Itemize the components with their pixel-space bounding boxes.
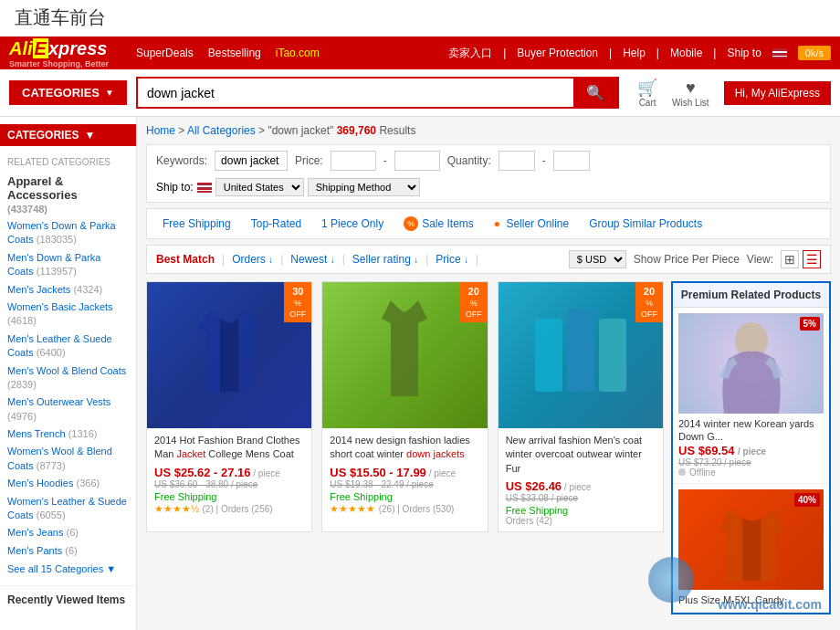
main-layout: CATEGORIES ▼ Related Categories Apparel …	[0, 117, 840, 630]
premium-image-2: 40%	[678, 489, 824, 590]
search-input[interactable]	[138, 79, 573, 107]
pipe-sep: |	[503, 47, 506, 59]
sort-orders[interactable]: Orders ↓	[232, 253, 273, 266]
sort-row: Best Match | Orders ↓ | Newest ↓ | Selle…	[146, 245, 831, 274]
one-piece-tag[interactable]: 1 Piece Only	[315, 215, 390, 233]
see-all-categories[interactable]: See all 15 Categories ▼	[0, 560, 136, 578]
sidebar-item-womens-leather[interactable]: Women's Leather & Suede Coats (6055)	[0, 493, 136, 525]
product-card-3[interactable]: 20%OFF New arrival fashion Men's coat wi…	[498, 281, 664, 532]
keywords-label: Keywords:	[156, 154, 207, 167]
header-right: 卖家入口 | Buyer Protection | Help | Mobile …	[448, 46, 831, 61]
product-info-1: 2014 Hot Fashion Brand Clothes Man Jacke…	[147, 428, 311, 520]
online-icon: ●	[494, 217, 500, 230]
sale-items-tag[interactable]: % Sale Items	[397, 214, 480, 234]
keywords-input[interactable]	[215, 151, 288, 171]
svg-rect-0	[535, 319, 562, 392]
product-old-price-1: US $36.60 - 38.80 / piece	[154, 479, 304, 489]
product-image-2: 20%OFF	[322, 282, 487, 428]
nav-superdeals[interactable]: SuperDeals	[136, 47, 194, 59]
premium-sidebar: Premium Related Products 5% 2014 winte	[671, 281, 831, 614]
sidebar-item-mens-down[interactable]: Men's Down & Parka Coats (113957)	[0, 249, 136, 281]
svg-rect-2	[599, 319, 626, 392]
ship-flag-icon	[197, 183, 212, 193]
product-stars-1: ★★★★½	[154, 503, 199, 514]
search-button[interactable]: 🔍	[573, 79, 617, 107]
logo-subtitle: Smarter Shopping, Better	[9, 59, 109, 68]
product-price-3: US $26.46 / piece	[506, 479, 656, 493]
sort-newest[interactable]: Newest ↓	[290, 253, 334, 266]
ship-method-select[interactable]: Shipping Method	[308, 178, 420, 196]
sidebar-item-mens-jackets[interactable]: Men's Jackets (4324)	[0, 281, 136, 299]
sidebar-item-mens-wool[interactable]: Men's Wool & Blend Coats (2839)	[0, 362, 136, 394]
price-sort-arrow-icon: ↓	[464, 255, 468, 265]
quantity-label: Quantity:	[447, 154, 491, 167]
search-box: 🔍	[136, 77, 619, 109]
sidebar-categories-header[interactable]: CATEGORIES ▼	[0, 124, 136, 146]
recently-viewed-title: Recently Viewed Items	[0, 585, 136, 610]
header-icons: 🛒 Cart ♥ Wish List Hi, My AliExpress	[637, 78, 831, 108]
sort-seller-rating[interactable]: Seller rating ↓	[352, 253, 418, 266]
newest-sort-arrow-icon: ↓	[331, 255, 335, 265]
premium-sidebar-title: Premium Related Products	[673, 283, 829, 308]
free-shipping-tag[interactable]: Free Shipping	[156, 215, 237, 233]
help-link[interactable]: Help	[623, 47, 646, 59]
ship-country-select[interactable]: United States	[215, 178, 304, 196]
product-reviews-3: Orders (42)	[506, 516, 656, 526]
nav-bestselling[interactable]: Bestselling	[208, 47, 261, 59]
ok-status: 0k/s	[798, 46, 831, 60]
product-card-2[interactable]: 20%OFF 2014 new design fashion ladies sh…	[321, 281, 488, 532]
header-nav: SuperDeals Bestselling iTao.com	[136, 47, 320, 59]
premium-item-status-1: Offline	[678, 467, 824, 478]
sidebar-item-mens-trench[interactable]: Mens Trench (1316)	[0, 425, 136, 443]
seller-online-tag[interactable]: ● Seller Online	[488, 215, 575, 233]
product-reviews-2: (26) | Orders (530)	[379, 504, 455, 514]
grid-view-icon[interactable]: ⊞	[781, 250, 799, 268]
sidebar-item-womens-wool[interactable]: Women's Wool & Blend Coats (8773)	[0, 443, 136, 475]
breadcrumb-home[interactable]: Home	[146, 124, 175, 137]
premium-item-2[interactable]: 40% Plus Size M-5XL Candy	[673, 484, 829, 613]
sidebar-item-mens-jeans[interactable]: Men's Jeans (6)	[0, 524, 136, 541]
price-max-input[interactable]	[394, 151, 440, 171]
ship-to-label: Ship to	[727, 47, 761, 59]
pipe-sep3: |	[656, 47, 659, 59]
discount-badge-2: 20%OFF	[460, 282, 488, 322]
sidebar-item-mens-vests[interactable]: Men's Outerwear Vests (4976)	[0, 394, 136, 425]
price-min-input[interactable]	[331, 151, 376, 171]
sidebar-item-mens-hoodies[interactable]: Men's Hoodies (366)	[0, 475, 136, 492]
sidebar-item-womens-down[interactable]: Women's Down & Parka Coats (183035)	[0, 217, 136, 249]
categories-button[interactable]: CATEGORIES ▼	[9, 80, 127, 105]
coat-svg-2	[377, 296, 432, 415]
quantity-max-input[interactable]	[553, 151, 590, 171]
watermark-text: www.qicaoit.com	[718, 597, 822, 612]
nav-itao[interactable]: iTao.com	[276, 47, 320, 59]
sort-price[interactable]: Price ↓	[436, 253, 468, 266]
filter-row: Keywords: Price: - Quantity: - Ship to: …	[146, 144, 831, 203]
premium-item-1[interactable]: 5% 2014 winter new Korean yards Down G..…	[673, 308, 829, 484]
product-card-1[interactable]: 30%OFF 2014 Hot Fashion Brand Clothes Ma…	[146, 281, 312, 532]
seller-portal-link[interactable]: 卖家入口	[448, 46, 492, 61]
list-view-icon[interactable]: ☰	[803, 250, 821, 268]
sidebar-item-mens-pants[interactable]: Men's Pants (6)	[0, 542, 136, 560]
wishlist-icon: ♥	[686, 79, 696, 98]
group-similar-tag[interactable]: Group Similar Products	[583, 215, 709, 233]
header: AliExpress Smarter Shopping, Better Supe…	[0, 37, 840, 69]
top-rated-tag[interactable]: Top-Rated	[245, 215, 308, 233]
svg-rect-1	[567, 310, 594, 392]
products-grid: 30%OFF 2014 Hot Fashion Brand Clothes Ma…	[146, 281, 664, 532]
buyer-protection-link[interactable]: Buyer Protection	[517, 47, 598, 59]
sidebar-item-womens-basic-jackets[interactable]: Women's Basic Jackets (4618)	[0, 299, 136, 331]
cart-icon-item[interactable]: 🛒 Cart	[637, 78, 657, 108]
view-icons: ⊞ ☰	[781, 250, 821, 268]
content-area: Home > All Categories > "down jacket" 36…	[137, 117, 840, 630]
product-shipping-3: Free Shipping	[506, 505, 656, 516]
seller-sort-arrow-icon: ↓	[414, 255, 418, 265]
quantity-min-input[interactable]	[499, 151, 535, 171]
my-aliexpress-button[interactable]: Hi, My AliExpress	[724, 81, 831, 105]
currency-select[interactable]: $ USD	[569, 250, 626, 268]
mobile-link[interactable]: Mobile	[670, 47, 702, 59]
sidebar-item-mens-leather[interactable]: Men's Leather & Suede Coats (6400)	[0, 331, 136, 362]
sort-best-match[interactable]: Best Match	[156, 253, 215, 266]
breadcrumb-all-categories[interactable]: All Categories	[187, 124, 256, 137]
product-image-1: 30%OFF	[147, 282, 311, 428]
wishlist-icon-item[interactable]: ♥ Wish List	[672, 79, 709, 108]
